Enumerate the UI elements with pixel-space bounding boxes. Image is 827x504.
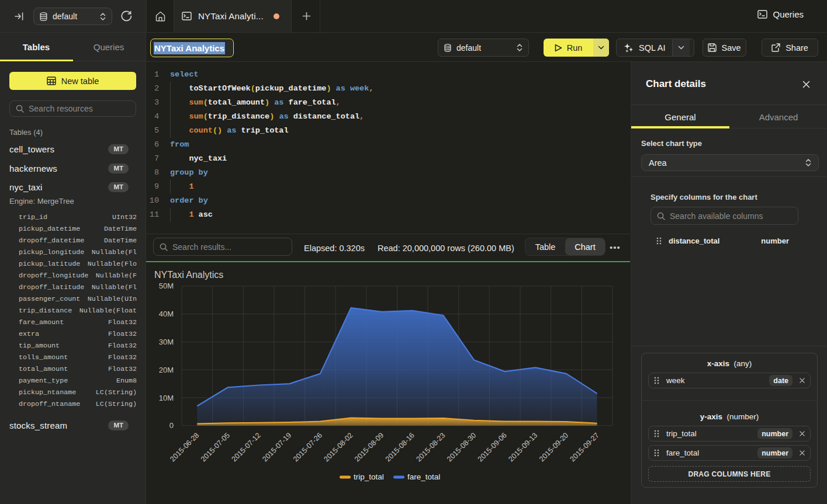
svg-text:20M: 20M bbox=[159, 366, 174, 374]
svg-text:0: 0 bbox=[169, 421, 174, 430]
svg-text:2015-09-06: 2015-09-06 bbox=[476, 431, 508, 463]
svg-text:30M: 30M bbox=[159, 338, 174, 346]
svg-text:2015-08-30: 2015-08-30 bbox=[445, 431, 477, 463]
svg-text:2015-07-26: 2015-07-26 bbox=[292, 431, 324, 463]
svg-text:2015-08-23: 2015-08-23 bbox=[414, 431, 447, 463]
svg-text:trip_total: trip_total bbox=[354, 472, 384, 481]
svg-text:2015-08-09: 2015-08-09 bbox=[353, 431, 385, 463]
svg-text:2015-07-19: 2015-07-19 bbox=[261, 431, 293, 463]
svg-text:2015-08-02: 2015-08-02 bbox=[323, 431, 355, 463]
svg-text:2015-06-28: 2015-06-28 bbox=[168, 431, 200, 463]
svg-text:2015-09-20: 2015-09-20 bbox=[538, 431, 570, 463]
svg-text:2015-09-13: 2015-09-13 bbox=[507, 431, 539, 463]
svg-text:2015-08-16: 2015-08-16 bbox=[384, 431, 416, 463]
svg-text:NYTaxi Analytics: NYTaxi Analytics bbox=[154, 270, 223, 280]
svg-text:40M: 40M bbox=[159, 310, 174, 318]
svg-text:10M: 10M bbox=[159, 394, 174, 402]
svg-text:2015-07-05: 2015-07-05 bbox=[199, 431, 231, 463]
svg-text:50M: 50M bbox=[159, 281, 174, 290]
svg-text:2015-07-12: 2015-07-12 bbox=[230, 431, 262, 463]
svg-text:fare_total: fare_total bbox=[407, 472, 440, 481]
svg-text:2015-09-27: 2015-09-27 bbox=[569, 431, 601, 463]
